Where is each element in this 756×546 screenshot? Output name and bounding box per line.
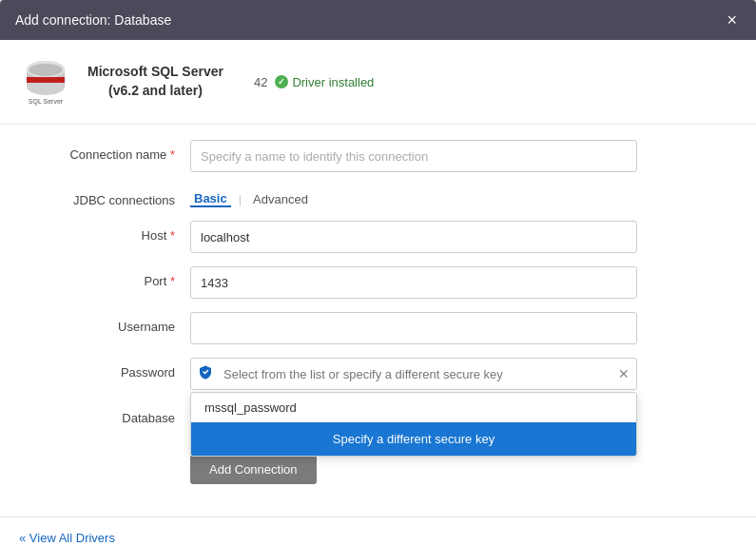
connection-form: Connection name * JDBC connections Basic… bbox=[0, 125, 756, 513]
driver-status-badge: Driver installed bbox=[275, 75, 374, 89]
connection-name-label: Connection name * bbox=[19, 140, 190, 162]
sqlserver-logo-icon: SQL Server bbox=[22, 58, 69, 106]
close-button[interactable]: × bbox=[723, 10, 741, 30]
username-input[interactable] bbox=[190, 312, 637, 344]
port-input[interactable] bbox=[190, 266, 637, 299]
password-input[interactable] bbox=[190, 358, 637, 390]
database-label: Database bbox=[19, 403, 190, 425]
password-row: Password ✕ mssql_password Specify a di bbox=[19, 358, 737, 390]
host-row: Host * bbox=[19, 221, 737, 253]
jdbc-label: JDBC connections bbox=[19, 185, 190, 207]
status-label: Driver installed bbox=[292, 75, 374, 89]
status-check-icon bbox=[275, 75, 288, 88]
port-label: Port * bbox=[19, 266, 190, 288]
driver-id: 42 bbox=[254, 75, 267, 89]
host-required-star: * bbox=[170, 228, 175, 243]
host-label: Host * bbox=[19, 221, 190, 243]
svg-rect-5 bbox=[27, 77, 65, 83]
password-dropdown-wrapper: ✕ mssql_password Specify a different sec… bbox=[190, 358, 637, 390]
tab-advanced[interactable]: Advanced bbox=[249, 192, 312, 206]
tab-divider: | bbox=[239, 192, 242, 206]
connection-name-input[interactable] bbox=[190, 140, 637, 172]
driver-name-line2: (v6.2 and later) bbox=[87, 82, 223, 101]
dropdown-option-mssql[interactable]: mssql_password bbox=[191, 393, 636, 422]
modal-title: Add connection: Database bbox=[15, 12, 171, 28]
svg-text:SQL Server: SQL Server bbox=[29, 98, 64, 106]
shield-icon bbox=[198, 365, 213, 383]
driver-name-block: Microsoft SQL Server (v6.2 and later) bbox=[87, 63, 223, 100]
driver-info-bar: SQL Server Microsoft SQL Server (v6.2 an… bbox=[0, 40, 756, 125]
view-all-drivers-link[interactable]: « View All Drivers bbox=[19, 531, 737, 545]
jdbc-tabs: Basic | Advanced bbox=[190, 185, 312, 207]
modal-header: Add connection: Database × bbox=[0, 0, 756, 40]
tab-basic[interactable]: Basic bbox=[190, 191, 231, 207]
driver-logo: SQL Server bbox=[19, 55, 72, 108]
clear-password-icon[interactable]: ✕ bbox=[618, 366, 630, 381]
jdbc-row: JDBC connections Basic | Advanced bbox=[19, 185, 737, 207]
driver-name-line1: Microsoft SQL Server bbox=[87, 63, 223, 82]
password-dropdown-menu: mssql_password Specify a different secur… bbox=[190, 392, 637, 457]
footer: « View All Drivers bbox=[0, 517, 756, 546]
username-row: Username bbox=[19, 312, 737, 344]
host-input[interactable] bbox=[190, 221, 637, 253]
password-label: Password bbox=[19, 358, 190, 380]
connection-name-row: Connection name * bbox=[19, 140, 737, 172]
port-row: Port * bbox=[19, 266, 737, 299]
dropdown-option-specify[interactable]: Specify a different secure key bbox=[191, 422, 636, 456]
add-connection-button[interactable]: Add Connection bbox=[190, 455, 317, 484]
password-input-container: ✕ bbox=[190, 358, 637, 390]
required-star: * bbox=[170, 147, 175, 162]
driver-status-block: 42 Driver installed bbox=[254, 75, 374, 89]
username-label: Username bbox=[19, 312, 190, 334]
modal-container: Add connection: Database × SQL Server Mi… bbox=[0, 0, 756, 546]
port-required-star: * bbox=[170, 274, 175, 288]
